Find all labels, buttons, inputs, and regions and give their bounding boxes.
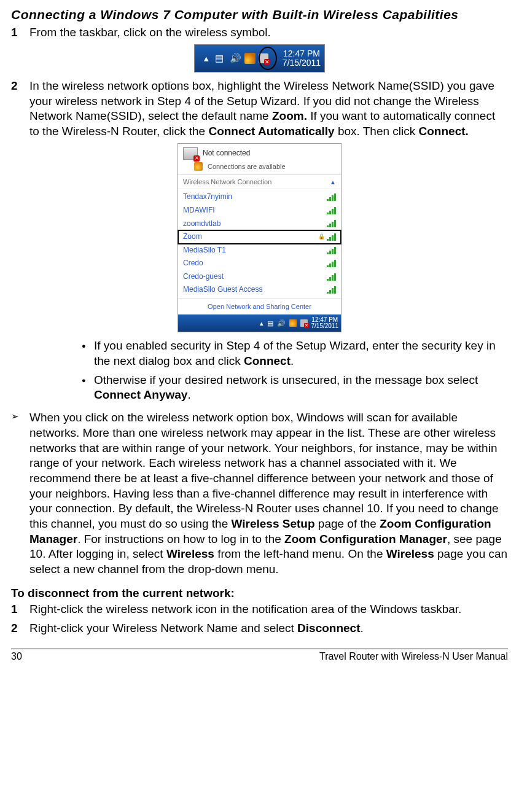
chevron-up-icon: ▴: [204, 52, 209, 64]
arrow-icon: ➢: [11, 410, 29, 577]
figure-taskbar: ▴ ▤ 🔊 12:47 PM 7/15/2011: [11, 44, 508, 72]
signal-bars-icon: [327, 207, 336, 214]
text: page of the: [315, 517, 380, 530]
network-name: MediaSilo T1: [183, 246, 226, 256]
wireless-network-item[interactable]: MediaSilo T1: [178, 244, 341, 257]
tray-date: 7/15/2011: [283, 58, 321, 68]
network-disconnected-icon: [259, 53, 268, 63]
network-name: Zoom: [183, 232, 202, 242]
text-bold: Connect: [244, 354, 291, 367]
footer-title: Travel Router with Wireless-N User Manua…: [319, 650, 508, 663]
text: from the left-hand menu. On the: [214, 547, 386, 560]
wireless-network-item[interactable]: MDAWIFI: [178, 204, 341, 217]
step-text: From the taskbar, click on the wireless …: [29, 25, 508, 41]
tray-clock: 12:47 PM 7/15/2011: [311, 317, 339, 329]
wireless-network-item[interactable]: Credo: [178, 257, 341, 270]
disconnect-step-2: 2 Right-click your Wireless Network Name…: [11, 621, 508, 636]
text: When you click on the wireless network o…: [29, 411, 499, 530]
step-text: Right-click your Wireless Network Name a…: [29, 621, 508, 636]
chevron-up-icon: ▴: [260, 319, 263, 327]
speaker-icon: 🔊: [230, 52, 241, 64]
action-center-icon: ▤: [267, 319, 273, 327]
page-footer: 30 Travel Router with Wireless-N User Ma…: [11, 649, 508, 663]
open-network-sharing-link[interactable]: Open Network and Sharing Center: [178, 298, 341, 314]
text-bold: Wireless: [386, 547, 434, 560]
step-text: Right-click the wireless network icon in…: [29, 602, 508, 617]
text: box. Then click: [335, 125, 419, 138]
text-bold: Connect.: [419, 125, 469, 138]
info-paragraph: When you click on the wireless network o…: [29, 410, 508, 577]
text: . For instructions on how to log in to t…: [77, 533, 284, 545]
tray-clock: 12:47 PM 7/15/2011: [283, 49, 321, 68]
connections-available-label: Connections are available: [208, 162, 286, 171]
chevron-up-icon: ▲: [330, 178, 336, 186]
text: .: [187, 388, 190, 401]
text-bold: Connect Automatically: [208, 125, 334, 138]
signal-bars-icon: [327, 247, 336, 254]
tray-time: 12:47 PM: [283, 49, 321, 58]
step-number: 1: [11, 25, 29, 41]
network-name: Credo-guest: [183, 272, 224, 282]
network-name: MediaSilo Guest Access: [183, 285, 262, 295]
text-bold: Wireless: [166, 547, 214, 560]
sub-bullet-list: ● If you enabled security in Step 4 of t…: [11, 338, 508, 403]
bullet-icon: ●: [82, 373, 94, 403]
wireless-network-item[interactable]: Credo-guest: [178, 270, 341, 284]
page-number: 30: [11, 650, 22, 663]
text: Right-click your Wireless Network Name a…: [29, 622, 297, 634]
bullet-icon: ●: [82, 338, 94, 369]
text: If you enabled security in Step 4 of the…: [94, 339, 496, 367]
signal-bars-icon: [327, 233, 336, 241]
text-bold: Zoom.: [272, 109, 307, 122]
step-number: 2: [11, 621, 29, 636]
wireless-section-header: Wireless Network Connection: [183, 178, 271, 186]
wireless-network-list: Tendax7nyiminMDAWIFIzoomdvtlabZoom🔒Media…: [178, 189, 341, 298]
signal-bars-icon: [327, 286, 336, 294]
text-bold: Connect Anyway: [94, 388, 187, 401]
text-bold: Wireless Setup: [231, 517, 314, 530]
step-text: In the wireless network options box, hig…: [29, 79, 508, 139]
text-bold: Disconnect: [297, 622, 360, 634]
text-bold: Zoom Configuration Manager: [284, 533, 447, 545]
signal-bars-icon: [327, 220, 336, 227]
page-heading: Connecting a Windows 7 Computer with Bui…: [11, 6, 508, 23]
wireless-network-item[interactable]: Tendax7nyimin: [178, 190, 341, 204]
text: .: [361, 622, 364, 634]
figure-wifi-popup: Not connected Connections are available …: [11, 143, 508, 333]
connections-available-icon: [194, 162, 203, 171]
not-connected-label: Not connected: [203, 149, 250, 158]
tray-date: 7/15/2011: [311, 323, 339, 329]
network-name: MDAWIFI: [183, 206, 215, 216]
network-disconnected-icon: [300, 319, 308, 327]
disconnect-heading: To disconnect from the current network:: [11, 586, 508, 601]
signal-bars-icon: [327, 273, 336, 281]
text: Otherwise if your desired network is uns…: [94, 373, 478, 386]
network-name: Credo: [183, 259, 203, 268]
list-item: ● If you enabled security in Step 4 of t…: [82, 338, 508, 369]
wireless-network-item[interactable]: MediaSilo Guest Access: [178, 283, 341, 297]
network-name: zoomdvtlab: [183, 219, 220, 229]
step-number: 2: [11, 79, 29, 139]
wireless-network-item[interactable]: Zoom🔒: [178, 230, 341, 244]
text: .: [291, 354, 294, 367]
speaker-icon: 🔊: [277, 319, 286, 327]
step-number: 1: [11, 602, 29, 617]
network-name: Tendax7nyimin: [183, 192, 232, 202]
step-2: 2 In the wireless network options box, h…: [11, 79, 508, 139]
step-1: 1 From the taskbar, click on the wireles…: [11, 25, 508, 41]
disconnect-step-1: 1 Right-click the wireless network icon …: [11, 602, 508, 617]
wireless-tray-icon: [244, 53, 256, 64]
wireless-tray-icon: [289, 319, 297, 327]
action-center-icon: ▤: [215, 52, 224, 64]
list-item: ● Otherwise if your desired network is u…: [82, 373, 508, 403]
signal-bars-icon: [327, 193, 336, 201]
not-connected-icon: [183, 147, 198, 160]
signal-bars-icon: [327, 260, 336, 267]
info-note: ➢ When you click on the wireless network…: [11, 410, 508, 577]
wireless-network-item[interactable]: zoomdvtlab: [178, 217, 341, 231]
lock-icon: 🔒: [318, 233, 325, 241]
